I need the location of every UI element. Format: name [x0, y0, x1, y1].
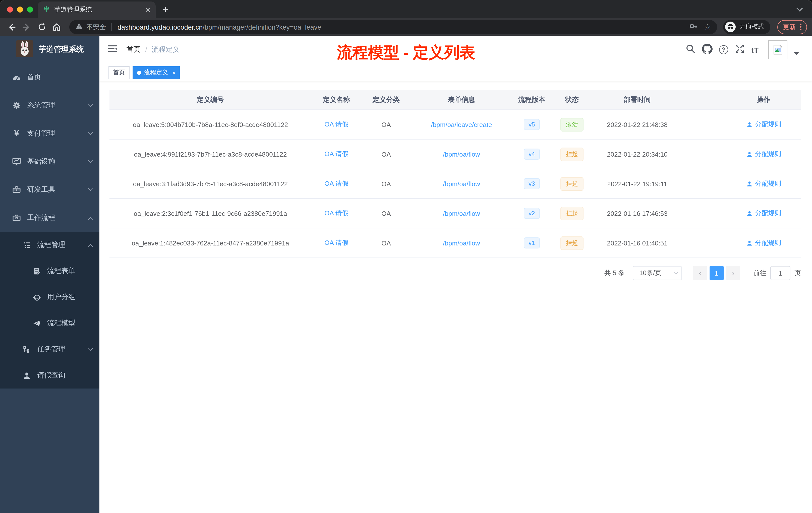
cell-id: oa_leave:2:3c1f0ef1-76b1-11ec-9c66-a2380…	[110, 199, 311, 228]
total-count-label: 共 5 条	[604, 269, 625, 278]
not-secure-warning-icon[interactable]	[75, 22, 83, 31]
fullscreen-icon[interactable]	[735, 44, 745, 56]
form-link[interactable]: /bpm/oa/flow	[443, 239, 480, 247]
url-bar[interactable]: 不安全 dashboard.yudao.iocoder.cn/bpm/manag…	[69, 20, 717, 34]
github-icon[interactable]	[702, 43, 713, 56]
table-row: oa_leave:1:482ec033-762a-11ec-8477-a2380…	[110, 229, 801, 258]
sidebar-item-workflow[interactable]: 工作流程	[0, 204, 99, 232]
password-key-icon[interactable]	[689, 21, 698, 32]
sidebar-item-label: 任务管理	[37, 345, 65, 354]
tag-close-icon[interactable]: ×	[172, 69, 175, 76]
sidebar: 芋道管理系统 首页 系统管理 ¥ 支付	[0, 36, 99, 513]
close-window-button[interactable]	[7, 6, 13, 12]
definition-name-link[interactable]: OA 请假	[324, 238, 348, 247]
sidebar-item-user-group[interactable]: 用户分组	[0, 284, 99, 310]
col-header-form: 表单信息	[411, 90, 512, 110]
tag-process-definition[interactable]: 流程定义 ×	[133, 66, 180, 79]
user-group-icon	[32, 293, 41, 302]
page-size-select[interactable]: 10条/页	[633, 266, 682, 280]
bookmark-star-icon[interactable]: ☆	[704, 22, 711, 32]
home-icon[interactable]	[50, 20, 63, 33]
sidebar-item-label: 流程模型	[47, 319, 75, 328]
sidebar-item-label: 系统管理	[27, 101, 55, 110]
form-link[interactable]: /bpm/oa/flow	[443, 210, 480, 217]
search-icon[interactable]	[686, 44, 696, 56]
new-tab-button[interactable]: +	[163, 4, 168, 15]
sidebar-item-label: 流程表单	[47, 267, 75, 276]
col-header-status: 状态	[551, 90, 592, 110]
cell-category: OA	[361, 229, 411, 258]
browser-menu-kebab-icon[interactable]	[800, 24, 802, 30]
sidebar-item-task-management[interactable]: 任务管理	[0, 336, 99, 362]
font-size-icon[interactable]: tT	[751, 46, 759, 54]
status-badge: 激活	[560, 118, 583, 131]
plant-favicon-icon	[43, 5, 50, 14]
sidebar-item-label: 基础设施	[27, 157, 55, 166]
assign-rule-button[interactable]: 分配规则	[746, 209, 781, 218]
assign-rule-button[interactable]: 分配规则	[746, 150, 781, 159]
version-badge: v2	[523, 208, 540, 219]
sidebar-item-devtools[interactable]: 研发工具	[0, 176, 99, 204]
chevron-down-icon	[88, 101, 93, 107]
sidebar-item-infra[interactable]: 基础设施	[0, 148, 99, 176]
sidebar-item-leave-query[interactable]: 请假查询	[0, 362, 99, 389]
chrome-update-button[interactable]: 更新	[777, 20, 807, 34]
sidebar-item-process-form[interactable]: 流程表单	[0, 258, 99, 284]
avatar[interactable]	[768, 40, 787, 59]
form-link[interactable]: /bpm/oa/leave/create	[431, 121, 492, 128]
sidebar-item-process-management[interactable]: 流程管理	[0, 232, 99, 258]
cell-deploy-time: 2022-01-22 21:48:38	[592, 110, 682, 139]
next-page-button[interactable]: ›	[726, 266, 740, 280]
sidebar-item-home[interactable]: 首页	[0, 63, 99, 91]
version-badge: v5	[523, 119, 540, 130]
minimize-window-button[interactable]	[17, 6, 23, 12]
avatar-caret-icon[interactable]	[794, 52, 799, 55]
col-header-id: 定义编号	[110, 90, 311, 110]
tag-home[interactable]: 首页	[109, 66, 129, 79]
definition-name-link[interactable]: OA 请假	[324, 120, 348, 129]
table-row: oa_leave:3:1fad3d93-7b75-11ec-a3c8-acde4…	[110, 169, 801, 199]
table-header-row: 定义编号 定义名称 定义分类 表单信息 流程版本 状态 部署时间 操作	[110, 90, 801, 110]
forward-icon[interactable]	[20, 20, 33, 33]
chevron-down-icon	[88, 129, 93, 134]
back-icon[interactable]	[5, 20, 18, 33]
definition-name-link[interactable]: OA 请假	[324, 150, 348, 159]
breadcrumb-home[interactable]: 首页	[126, 45, 141, 54]
status-badge: 挂起	[560, 207, 583, 220]
tab-close-icon[interactable]: ✕	[145, 6, 151, 14]
chevron-up-icon	[88, 217, 93, 222]
sidebar-item-payment[interactable]: ¥ 支付管理	[0, 119, 99, 148]
tab-search-chevron-icon[interactable]	[796, 5, 803, 11]
security-label[interactable]: 不安全	[86, 22, 106, 31]
hamburger-icon[interactable]	[108, 44, 117, 55]
paper-plane-icon	[32, 319, 41, 328]
cell-id: oa_leave:5:004b710b-7b8a-11ec-8ef0-acde4…	[110, 110, 311, 139]
zoom-window-button[interactable]	[27, 6, 33, 12]
browser-tab[interactable]: 芋道管理系统 ✕	[38, 1, 156, 18]
breadcrumb-separator: /	[145, 46, 147, 54]
assign-rule-button[interactable]: 分配规则	[746, 179, 781, 188]
table-row: oa_leave:2:3c1f0ef1-76b1-11ec-9c66-a2380…	[110, 199, 801, 229]
current-page-button[interactable]: 1	[709, 266, 724, 280]
sidebar-item-label: 请假查询	[37, 371, 65, 380]
sidebar-item-system[interactable]: 系统管理	[0, 91, 99, 119]
cell-category: OA	[361, 110, 411, 139]
reload-icon[interactable]	[35, 20, 48, 33]
assign-rule-button[interactable]: 分配规则	[746, 238, 781, 247]
app-logo[interactable]: 芋道管理系统	[0, 36, 99, 63]
page-content: 定义编号 定义名称 定义分类 表单信息 流程版本 状态 部署时间 操作 oa_l…	[99, 81, 812, 513]
assign-rule-button[interactable]: 分配规则	[746, 120, 781, 129]
prev-page-button[interactable]: ‹	[693, 266, 707, 280]
form-link[interactable]: /bpm/oa/flow	[443, 180, 480, 187]
goto-page-input[interactable]	[770, 266, 790, 280]
definition-name-link[interactable]: OA 请假	[324, 209, 348, 218]
help-icon[interactable]: ?	[719, 45, 728, 54]
url-text[interactable]: dashboard.yudao.iocoder.cn/bpm/manager/d…	[117, 22, 321, 31]
assign-rule-label: 分配规则	[755, 238, 781, 247]
form-link[interactable]: /bpm/oa/flow	[443, 150, 480, 158]
app-title: 芋道管理系统	[39, 45, 84, 54]
breadcrumb-current: 流程定义	[152, 45, 180, 54]
col-header-deploy-time: 部署时间	[592, 90, 682, 110]
definition-name-link[interactable]: OA 请假	[324, 179, 348, 188]
sidebar-item-process-model[interactable]: 流程模型	[0, 310, 99, 336]
